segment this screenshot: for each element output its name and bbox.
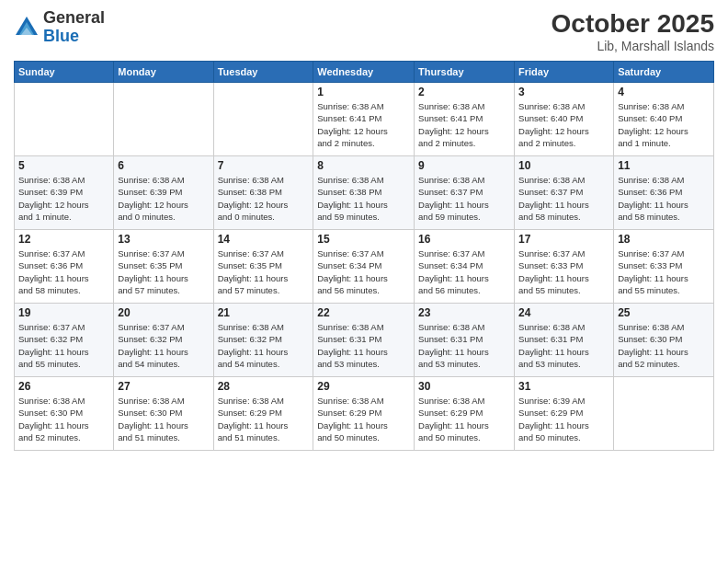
day-info: Sunrise: 6:38 AMSunset: 6:38 PMDaylight:…	[218, 174, 310, 223]
cell-w1-d5: 2Sunrise: 6:38 AMSunset: 6:41 PMDaylight…	[415, 83, 515, 156]
day-number: 5	[18, 159, 109, 172]
day-number: 7	[218, 159, 310, 172]
day-number: 17	[518, 233, 609, 246]
day-info: Sunrise: 6:38 AMSunset: 6:29 PMDaylight:…	[317, 395, 410, 443]
day-number: 27	[118, 380, 209, 393]
day-number: 11	[618, 159, 710, 172]
calendar-table: Sunday Monday Tuesday Wednesday Thursday…	[14, 61, 714, 451]
day-info: Sunrise: 6:38 AMSunset: 6:38 PMDaylight:…	[317, 174, 410, 223]
day-info: Sunrise: 6:38 AMSunset: 6:39 PMDaylight:…	[18, 174, 109, 223]
day-number: 28	[218, 380, 310, 393]
header-tuesday: Tuesday	[213, 62, 313, 83]
day-number: 1	[317, 86, 410, 98]
day-info: Sunrise: 6:38 AMSunset: 6:36 PMDaylight:…	[618, 174, 710, 223]
day-info: Sunrise: 6:38 AMSunset: 6:31 PMDaylight:…	[418, 321, 510, 370]
cell-w4-d2: 20Sunrise: 6:37 AMSunset: 6:32 PMDayligh…	[114, 304, 213, 377]
calendar-body: 1Sunrise: 6:38 AMSunset: 6:41 PMDaylight…	[15, 83, 714, 451]
day-number: 19	[18, 306, 109, 319]
cell-w1-d4: 1Sunrise: 6:38 AMSunset: 6:41 PMDaylight…	[313, 83, 415, 156]
logo-blue: Blue	[43, 27, 79, 45]
cell-w5-d6: 31Sunrise: 6:39 AMSunset: 6:29 PMDayligh…	[515, 377, 614, 451]
day-number: 2	[418, 86, 510, 98]
cell-w3-d3: 14Sunrise: 6:37 AMSunset: 6:35 PMDayligh…	[213, 230, 313, 304]
header-saturday: Saturday	[614, 62, 714, 83]
cell-w2-d3: 7Sunrise: 6:38 AMSunset: 6:38 PMDaylight…	[213, 156, 313, 230]
week-row-2: 5Sunrise: 6:38 AMSunset: 6:39 PMDaylight…	[15, 156, 714, 230]
cell-w3-d4: 15Sunrise: 6:37 AMSunset: 6:34 PMDayligh…	[313, 230, 415, 304]
day-info: Sunrise: 6:37 AMSunset: 6:34 PMDaylight:…	[418, 247, 510, 296]
weekday-header-row: Sunday Monday Tuesday Wednesday Thursday…	[15, 62, 714, 83]
day-number: 31	[518, 380, 609, 393]
day-info: Sunrise: 6:37 AMSunset: 6:35 PMDaylight:…	[218, 247, 310, 296]
week-row-4: 19Sunrise: 6:37 AMSunset: 6:32 PMDayligh…	[15, 304, 714, 377]
day-info: Sunrise: 6:38 AMSunset: 6:30 PMDaylight:…	[618, 321, 710, 370]
cell-w2-d7: 11Sunrise: 6:38 AMSunset: 6:36 PMDayligh…	[614, 156, 714, 230]
day-number: 9	[418, 159, 510, 172]
cell-w4-d7: 25Sunrise: 6:38 AMSunset: 6:30 PMDayligh…	[614, 304, 714, 377]
cell-w5-d7	[614, 377, 714, 451]
day-number: 29	[317, 380, 410, 393]
day-info: Sunrise: 6:38 AMSunset: 6:30 PMDaylight:…	[118, 395, 209, 443]
header-monday: Monday	[114, 62, 213, 83]
day-info: Sunrise: 6:37 AMSunset: 6:32 PMDaylight:…	[118, 321, 209, 370]
cell-w2-d6: 10Sunrise: 6:38 AMSunset: 6:37 PMDayligh…	[515, 156, 614, 230]
header-wednesday: Wednesday	[313, 62, 415, 83]
cell-w4-d4: 22Sunrise: 6:38 AMSunset: 6:31 PMDayligh…	[313, 304, 415, 377]
day-number: 4	[618, 86, 710, 98]
day-info: Sunrise: 6:38 AMSunset: 6:39 PMDaylight:…	[118, 174, 209, 223]
day-number: 12	[18, 233, 109, 246]
day-info: Sunrise: 6:37 AMSunset: 6:35 PMDaylight:…	[118, 247, 209, 296]
cell-w3-d6: 17Sunrise: 6:37 AMSunset: 6:33 PMDayligh…	[515, 230, 614, 304]
day-number: 25	[618, 306, 710, 319]
week-row-5: 26Sunrise: 6:38 AMSunset: 6:30 PMDayligh…	[15, 377, 714, 451]
header: General Blue October 2025 Lib, Marshall …	[14, 9, 714, 53]
title-block: October 2025 Lib, Marshall Islands	[552, 9, 714, 53]
day-info: Sunrise: 6:38 AMSunset: 6:31 PMDaylight:…	[518, 321, 609, 370]
week-row-1: 1Sunrise: 6:38 AMSunset: 6:41 PMDaylight…	[15, 83, 714, 156]
cell-w5-d4: 29Sunrise: 6:38 AMSunset: 6:29 PMDayligh…	[313, 377, 415, 451]
day-info: Sunrise: 6:37 AMSunset: 6:34 PMDaylight:…	[317, 247, 410, 296]
cell-w4-d6: 24Sunrise: 6:38 AMSunset: 6:31 PMDayligh…	[515, 304, 614, 377]
day-number: 8	[317, 159, 410, 172]
cell-w2-d4: 8Sunrise: 6:38 AMSunset: 6:38 PMDaylight…	[313, 156, 415, 230]
day-info: Sunrise: 6:38 AMSunset: 6:37 PMDaylight:…	[418, 174, 510, 223]
cell-w1-d1	[15, 83, 114, 156]
header-friday: Friday	[515, 62, 614, 83]
day-info: Sunrise: 6:38 AMSunset: 6:41 PMDaylight:…	[418, 100, 510, 149]
logo-icon	[14, 15, 40, 40]
day-number: 30	[418, 380, 510, 393]
day-number: 24	[518, 306, 609, 319]
day-info: Sunrise: 6:38 AMSunset: 6:40 PMDaylight:…	[518, 100, 609, 149]
day-info: Sunrise: 6:39 AMSunset: 6:29 PMDaylight:…	[518, 395, 609, 443]
day-info: Sunrise: 6:38 AMSunset: 6:29 PMDaylight:…	[218, 395, 310, 443]
day-info: Sunrise: 6:38 AMSunset: 6:41 PMDaylight:…	[317, 100, 410, 149]
day-info: Sunrise: 6:37 AMSunset: 6:33 PMDaylight:…	[618, 247, 710, 296]
day-number: 6	[118, 159, 209, 172]
day-number: 21	[218, 306, 310, 319]
day-number: 18	[618, 233, 710, 246]
logo-general: General	[43, 8, 105, 27]
day-number: 20	[118, 306, 209, 319]
cell-w1-d7: 4Sunrise: 6:38 AMSunset: 6:40 PMDaylight…	[614, 83, 714, 156]
cell-w4-d1: 19Sunrise: 6:37 AMSunset: 6:32 PMDayligh…	[15, 304, 114, 377]
cell-w3-d2: 13Sunrise: 6:37 AMSunset: 6:35 PMDayligh…	[114, 230, 213, 304]
cell-w1-d3	[213, 83, 313, 156]
cell-w5-d2: 27Sunrise: 6:38 AMSunset: 6:30 PMDayligh…	[114, 377, 213, 451]
day-number: 22	[317, 306, 410, 319]
cell-w5-d3: 28Sunrise: 6:38 AMSunset: 6:29 PMDayligh…	[213, 377, 313, 451]
day-info: Sunrise: 6:38 AMSunset: 6:29 PMDaylight:…	[418, 395, 510, 443]
day-number: 10	[518, 159, 609, 172]
day-number: 3	[518, 86, 609, 98]
week-row-3: 12Sunrise: 6:37 AMSunset: 6:36 PMDayligh…	[15, 230, 714, 304]
day-info: Sunrise: 6:38 AMSunset: 6:40 PMDaylight:…	[618, 100, 710, 149]
day-number: 16	[418, 233, 510, 246]
cell-w4-d3: 21Sunrise: 6:38 AMSunset: 6:32 PMDayligh…	[213, 304, 313, 377]
day-number: 15	[317, 233, 410, 246]
header-sunday: Sunday	[15, 62, 114, 83]
logo-text: General Blue	[43, 9, 105, 46]
calendar-header: Sunday Monday Tuesday Wednesday Thursday…	[15, 62, 714, 83]
month-title: October 2025	[552, 9, 714, 39]
page: General Blue October 2025 Lib, Marshall …	[0, 0, 728, 563]
day-info: Sunrise: 6:37 AMSunset: 6:32 PMDaylight:…	[18, 321, 109, 370]
header-thursday: Thursday	[415, 62, 515, 83]
